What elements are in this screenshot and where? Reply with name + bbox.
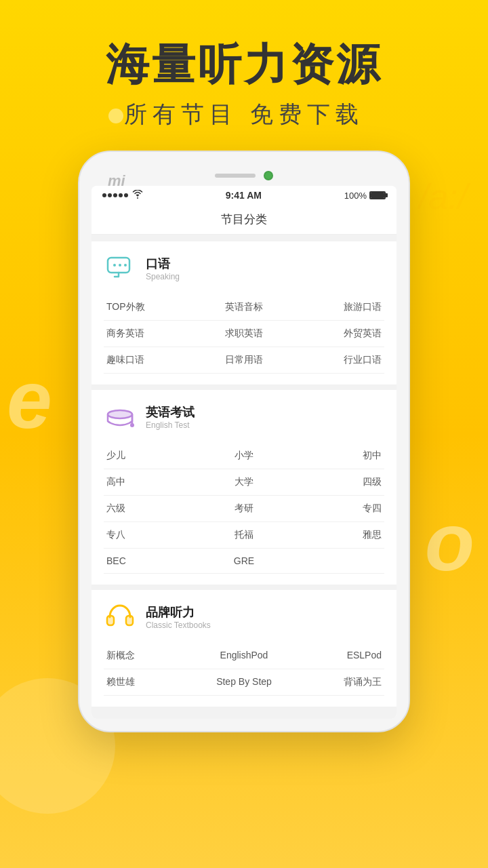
status-left xyxy=(102,190,143,201)
tag-item[interactable]: 大学 xyxy=(197,469,291,496)
tag-item[interactable]: BEC xyxy=(104,549,197,574)
tag-item[interactable]: 四级 xyxy=(291,469,384,496)
svg-rect-10 xyxy=(107,616,114,625)
tag-item[interactable]: 少儿 xyxy=(104,443,197,469)
signal-dots xyxy=(102,193,128,197)
hero-subtitle: 所有节目 免费下载 xyxy=(0,99,488,130)
svg-point-7 xyxy=(130,423,134,427)
phone-top: mi xyxy=(92,164,396,186)
status-bar: 9:41 AM 100% xyxy=(92,186,396,205)
tag-item[interactable]: 商务英语 xyxy=(104,321,197,347)
classic-sub: Classic Textbooks xyxy=(146,620,211,630)
category-header-english-test: 英语考试 English Test xyxy=(104,401,384,433)
tag-item[interactable]: 新概念 xyxy=(104,643,197,669)
classic-name: 品牌听力 xyxy=(146,604,211,620)
phone-speaker xyxy=(215,174,256,178)
speaking-sub: Speaking xyxy=(146,272,180,281)
english-test-text: 英语考试 English Test xyxy=(146,404,195,430)
battery-fill xyxy=(371,193,384,198)
tag-item[interactable]: 旅游口语 xyxy=(291,294,384,321)
tag-item[interactable]: 行业口语 xyxy=(291,347,384,374)
tag-item[interactable]: 英语音标 xyxy=(197,294,291,321)
tag-item[interactable]: TOP外教 xyxy=(104,294,197,321)
classic-text: 品牌听力 Classic Textbooks xyxy=(146,604,211,630)
category-header-speaking: 口语 Speaking xyxy=(104,252,384,285)
category-card-english-test: 英语考试 English Test 少儿 小学 初中 高中 大学 四级 六级 考… xyxy=(92,390,396,585)
tag-item[interactable]: EnglishPod xyxy=(197,643,291,669)
tag-item[interactable]: 日常用语 xyxy=(197,347,291,374)
tag-item[interactable]: 专八 xyxy=(104,522,197,549)
tag-item[interactable]: 求职英语 xyxy=(197,321,291,347)
speaking-text: 口语 Speaking xyxy=(146,256,180,281)
phone-body: mi xyxy=(78,151,410,732)
tag-item[interactable]: Step By Step xyxy=(197,669,291,696)
signal-dot xyxy=(124,193,128,197)
hero-section: 海量听力资源 所有节目 免费下载 xyxy=(0,0,488,130)
battery-icon xyxy=(369,191,386,199)
status-right: 100% xyxy=(344,191,386,201)
tag-item[interactable]: 考研 xyxy=(197,496,291,522)
signal-dot xyxy=(113,193,117,197)
status-time: 9:41 AM xyxy=(226,190,262,201)
speaking-name: 口语 xyxy=(146,256,180,272)
wifi-icon xyxy=(132,190,143,201)
tag-item[interactable]: ESLPod xyxy=(291,643,384,669)
speaking-tags[interactable]: TOP外教 英语音标 旅游口语 商务英语 求职英语 外贸英语 趣味口语 日常用语… xyxy=(104,294,384,374)
phone-screen: 9:41 AM 100% 节目分类 xyxy=(92,186,396,719)
tag-item[interactable]: 六级 xyxy=(104,496,197,522)
speaking-icon xyxy=(104,252,136,285)
battery-percent: 100% xyxy=(344,191,367,201)
tag-item[interactable]: GRE xyxy=(197,549,291,574)
category-card-speaking: 口语 Speaking TOP外教 英语音标 旅游口语 商务英语 求职英语 外贸… xyxy=(92,241,396,384)
svg-point-2 xyxy=(119,264,121,267)
svg-point-5 xyxy=(108,410,132,418)
tag-item[interactable]: 小学 xyxy=(197,443,291,469)
category-card-classic: 品牌听力 Classic Textbooks 新概念 EnglishPod ES… xyxy=(92,590,396,707)
tag-item[interactable]: 雅思 xyxy=(291,522,384,549)
english-test-tags[interactable]: 少儿 小学 初中 高中 大学 四级 六级 考研 专四 专八 托福 雅思 BEC … xyxy=(104,443,384,574)
english-test-sub: English Test xyxy=(146,420,195,430)
signal-dot xyxy=(108,193,112,197)
tag-item[interactable]: 背诵为王 xyxy=(291,669,384,696)
tag-item xyxy=(291,549,384,574)
graduation-cap-icon xyxy=(104,401,136,433)
phone-brand: mi xyxy=(108,172,125,190)
tag-item[interactable]: 趣味口语 xyxy=(104,347,197,374)
tag-item[interactable]: 初中 xyxy=(291,443,384,469)
tag-item[interactable]: 赖世雄 xyxy=(104,669,197,696)
hero-title: 海量听力资源 xyxy=(0,41,488,88)
content-area: 口语 Speaking TOP外教 英语音标 旅游口语 商务英语 求职英语 外贸… xyxy=(92,235,396,719)
tag-item[interactable]: 托福 xyxy=(197,522,291,549)
headphone-icon xyxy=(104,601,136,633)
nav-title: 节目分类 xyxy=(221,213,267,226)
tag-item[interactable]: 外贸英语 xyxy=(291,321,384,347)
tag-item[interactable]: 专四 xyxy=(291,496,384,522)
signal-dot xyxy=(119,193,123,197)
tag-item[interactable]: 高中 xyxy=(104,469,197,496)
signal-dot xyxy=(102,193,106,197)
phone-camera xyxy=(264,171,273,180)
nav-bar: 节目分类 xyxy=(92,205,396,235)
classic-tags[interactable]: 新概念 EnglishPod ESLPod 赖世雄 Step By Step 背… xyxy=(104,643,384,696)
english-test-name: 英语考试 xyxy=(146,404,195,420)
category-header-classic: 品牌听力 Classic Textbooks xyxy=(104,601,384,633)
phone-mockup: mi xyxy=(0,151,488,732)
svg-point-1 xyxy=(113,264,116,267)
svg-point-3 xyxy=(124,264,127,267)
svg-rect-11 xyxy=(126,616,133,625)
